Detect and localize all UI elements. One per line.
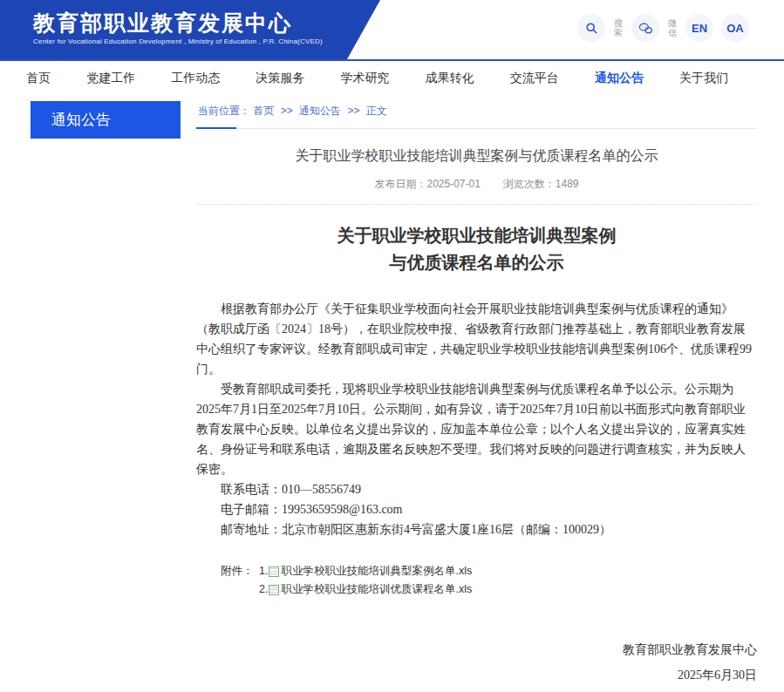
publish-date-label: 发布日期： — [374, 178, 426, 190]
article-meta: 发布日期：2025-07-01浏览次数：1489 — [196, 177, 757, 192]
attachment-row: 附件： 1. 职业学校职业技能培训典型案例名单.xls — [196, 562, 757, 580]
contact-phone: 联系电话：010—58556749 — [196, 479, 757, 499]
views-count: 1489 — [556, 178, 579, 190]
document-heading-line1: 关于职业学校职业技能培训典型案例 — [196, 222, 757, 249]
excel-file-icon — [269, 566, 279, 577]
phone-value: 010—58556749 — [282, 483, 361, 496]
breadcrumb-current: 正文 — [366, 105, 387, 117]
site-header: 教育部职业教育发展中心 Center for Vocational Educat… — [0, 0, 784, 61]
attachment-row: 2. 职业学校职业技能培训优质课程名单.xls — [196, 580, 757, 599]
nav-item-results-transfer[interactable]: 成果转化 — [426, 71, 474, 86]
wechat-icon — [638, 22, 653, 35]
breadcrumb-notices[interactable]: 通知公告 — [299, 105, 341, 117]
site-logo[interactable]: 教育部职业教育发展中心 Center for Vocational Educat… — [0, 0, 380, 59]
document-heading: 关于职业学校职业技能培训典型案例 与优质课程名单的公示 — [196, 222, 757, 276]
email-label: 电子邮箱： — [221, 503, 282, 516]
sidebar-item-notices[interactable]: 通知公告 — [31, 101, 181, 139]
wechat-label: 微信 — [667, 18, 678, 37]
search-label: 搜索 — [613, 18, 624, 37]
signature-date: 2025年6月30日 — [196, 668, 757, 683]
breadcrumb-separator: >> — [281, 105, 293, 117]
excel-file-icon — [269, 585, 279, 595]
nav-item-work-updates[interactable]: 工作动态 — [171, 71, 220, 86]
signature-org: 教育部职业教育发展中心 — [196, 642, 757, 658]
address-value: 北京市朝阳区惠新东街4号富盛大厦1座16层（邮编：100029） — [282, 523, 611, 536]
attachments-label: 附件： — [221, 562, 259, 580]
attachment-index: 1. — [259, 562, 268, 580]
nav-item-home[interactable]: 首页 — [26, 71, 51, 86]
paragraph: 根据教育部办公厅《关于征集职业学校面向社会开展职业技能培训典型案例与优质课程的通… — [196, 299, 757, 379]
breadcrumb-separator: >> — [347, 105, 359, 117]
nav-item-about-us[interactable]: 关于我们 — [679, 71, 728, 86]
nav-item-policy-services[interactable]: 决策服务 — [256, 71, 304, 86]
nav-item-party-building[interactable]: 党建工作 — [86, 71, 135, 86]
phone-label: 联系电话： — [221, 483, 282, 496]
contact-address: 邮寄地址：北京市朝阳区惠新东街4号富盛大厦1座16层（邮编：100029） — [196, 519, 757, 539]
views-label: 浏览次数： — [503, 178, 556, 190]
signature-block: 教育部职业教育发展中心 2025年6月30日 — [196, 642, 757, 683]
attachment-link[interactable]: 职业学校职业技能培训典型案例名单.xls — [281, 562, 472, 580]
page: 教育部职业教育发展中心 Center for Vocational Educat… — [0, 0, 784, 692]
site-subtitle: Center for Vocational Education Developm… — [33, 37, 380, 45]
contact-email: 电子邮箱：19953659598@163.com — [196, 499, 757, 519]
oa-button[interactable]: OA — [721, 14, 749, 42]
nav-item-notices[interactable]: 通知公告 — [595, 71, 644, 86]
paragraph: 受教育部职成司委托，现将职业学校职业技能培训典型案例与优质课程名单予以公示。公示… — [196, 379, 757, 479]
search-icon — [585, 22, 598, 35]
address-label: 邮寄地址： — [221, 523, 282, 536]
attachments: 附件： 1. 职业学校职业技能培训典型案例名单.xls 2. 职业学校职业技能培… — [196, 562, 757, 599]
sidebar: 通知公告 — [0, 96, 196, 139]
nav-item-exchange-platform[interactable]: 交流平台 — [510, 71, 559, 86]
page-title: 关于职业学校职业技能培训典型案例与优质课程名单的公示 — [196, 147, 757, 166]
attachment-link[interactable]: 职业学校职业技能培训优质课程名单.xls — [281, 580, 472, 599]
main-area: 通知公告 当前位置： 首页 >> 通知公告 >> 正文 关于职业学校职业技能培训… — [0, 96, 784, 692]
header-tools: 搜索 微信 EN OA — [577, 14, 749, 42]
breadcrumb-home[interactable]: 首页 — [253, 105, 274, 117]
publish-date: 2025-07-01 — [426, 178, 480, 190]
nav-item-academic-research[interactable]: 学术研究 — [341, 71, 390, 86]
main-nav: 首页 党建工作 工作动态 决策服务 学术研究 成果转化 交流平台 通知公告 关于… — [0, 61, 784, 96]
attachment-index: 2. — [259, 580, 268, 599]
en-button[interactable]: EN — [685, 14, 713, 42]
article-body: 根据教育部办公厅《关于征集职业学校面向社会开展职业技能培训典型案例与优质课程的通… — [196, 299, 757, 539]
breadcrumb: 当前位置： 首页 >> 通知公告 >> 正文 — [196, 96, 757, 129]
divider — [196, 204, 757, 205]
content-area: 当前位置： 首页 >> 通知公告 >> 正文 关于职业学校职业技能培训典型案例与… — [196, 96, 757, 692]
breadcrumb-prefix: 当前位置： — [198, 105, 250, 117]
document-heading-line2: 与优质课程名单的公示 — [196, 249, 757, 276]
site-title: 教育部职业教育发展中心 — [33, 10, 380, 36]
email-value: 19953659598@163.com — [282, 503, 403, 516]
search-button[interactable] — [577, 14, 605, 42]
wechat-button[interactable] — [631, 14, 659, 42]
